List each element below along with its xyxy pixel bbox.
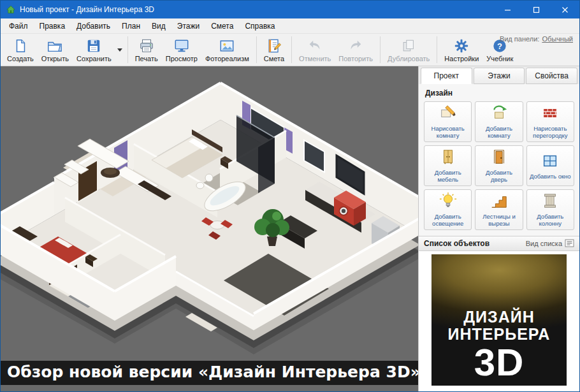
panel-tabs: Проект Этажи Свойства (419, 66, 579, 84)
maximize-button[interactable] (522, 1, 551, 18)
tool-add-column[interactable]: Добавить колонну (526, 189, 574, 230)
window-icon (541, 152, 559, 172)
toolbar-separator (291, 36, 292, 63)
menu-item-estimate[interactable]: Смета (205, 20, 239, 33)
title-bar: Новый проект - Дизайн Интерьера 3D (1, 1, 579, 18)
objects-list[interactable]: ДИЗАЙН ИНТЕРЬЕРА 3D (419, 251, 579, 391)
tool-add-furniture[interactable]: Добавить мебель (424, 145, 472, 186)
menu-bar: Файл Правка Добавить План Вид Этажи Смет… (1, 18, 579, 33)
menu-item-file[interactable]: Файл (3, 20, 34, 33)
tab-project[interactable]: Проект (421, 68, 472, 84)
toolbar-button-label: Настройки (444, 55, 479, 62)
column-icon (541, 192, 559, 212)
save-floppy-icon (86, 37, 101, 54)
redo-arrow-icon (348, 37, 363, 54)
settings-button[interactable]: Настройки (440, 35, 482, 64)
toolbar-button-label: Отменить (299, 55, 331, 62)
redo-button[interactable]: Повторить (335, 35, 377, 64)
menu-item-help[interactable]: Справка (239, 20, 280, 33)
toolbar-button-label: Фотореализм (205, 55, 249, 62)
tool-add-lighting[interactable]: Добавить освещение (424, 189, 472, 230)
view-list-control[interactable]: Вид списка (526, 239, 574, 249)
menu-item-edit[interactable]: Правка (34, 20, 71, 33)
toolbar-button-label: Открыть (41, 55, 69, 62)
estimate-notebook-icon (266, 37, 282, 54)
open-folder-icon (47, 37, 62, 54)
tool-label: Нарисовать перегородку (527, 126, 574, 140)
toolbar-button-label: Смета (264, 55, 284, 62)
toolbar: Создать Открыть Сохранить Печать (1, 33, 579, 66)
duplicate-pages-icon (401, 37, 416, 54)
toolbar-button-label: Создать (7, 55, 34, 62)
logo-line-2: ИНТЕРЬЕРА (448, 326, 551, 343)
toolbar-separator (256, 36, 257, 63)
tool-label: Добавить освещение (424, 214, 471, 228)
right-panel: Проект Этажи Свойства Дизайн Нарисовать … (418, 66, 579, 391)
app-window: Новый проект - Дизайн Интерьера 3D Файл … (0, 0, 580, 392)
tool-label: Добавить колонну (527, 214, 574, 228)
menu-item-plan[interactable]: План (116, 20, 146, 33)
app-house-icon (6, 4, 16, 15)
tool-label: Добавить окно (528, 173, 572, 180)
tool-add-door[interactable]: Добавить дверь (475, 145, 523, 186)
tool-label: Лестницы и вырезы (475, 214, 522, 228)
save-button[interactable]: Сохранить (73, 35, 115, 64)
logo-line-3d: 3D (474, 344, 525, 381)
view-list-label: Вид списка (526, 240, 562, 247)
toolbar-separator (127, 36, 128, 63)
bulb-icon (439, 192, 457, 212)
tool-draw-partition[interactable]: Нарисовать перегородку (526, 101, 574, 142)
objects-list-title: Список объектов (424, 239, 489, 248)
tool-label: Добавить дверь (475, 170, 522, 184)
tool-label: Добавить комнату (475, 126, 522, 140)
video-caption: Обзор новой версии «Дизайн Интерьера 3D» (1, 361, 418, 386)
tab-floors[interactable]: Этажи (474, 68, 525, 84)
photorealism-button[interactable]: Фотореализм (201, 35, 253, 64)
menu-item-add[interactable]: Добавить (71, 20, 116, 33)
design-section-title: Дизайн (419, 84, 579, 99)
undo-arrow-icon (307, 37, 323, 54)
wardrobe-icon (439, 148, 457, 168)
tool-add-room[interactable]: Добавить комнату (475, 101, 523, 142)
photo-icon (219, 37, 235, 54)
app-logo-thumbnail: ДИЗАЙН ИНТЕРЬЕРА 3D (431, 254, 567, 386)
toolbar-separator (380, 36, 381, 63)
toolbar-separator (437, 36, 437, 63)
menu-item-floors[interactable]: Этажи (171, 20, 205, 33)
printer-icon (139, 37, 154, 54)
menu-item-view[interactable]: Вид (146, 20, 171, 33)
toolbar-button-label: Сохранить (76, 55, 112, 62)
monitor-icon (174, 37, 189, 54)
panel-view-label: Вид панели: (500, 35, 539, 43)
door-icon (490, 148, 508, 168)
design-tools-grid: Нарисовать комнату Добавить комнату Нари… (419, 99, 579, 236)
panel-view-value-link[interactable]: Обычный (542, 35, 573, 43)
toolbar-button-label: Просмотр (166, 55, 198, 62)
duplicate-button[interactable]: Дублировать (384, 35, 433, 64)
estimate-button[interactable]: Смета (260, 35, 288, 64)
close-button[interactable] (551, 1, 579, 18)
design-canvas[interactable]: Обзор новой версии «Дизайн Интерьера 3D» (1, 66, 418, 391)
save-dropdown-arrow[interactable] (115, 35, 124, 64)
pencil-room-icon (439, 104, 457, 124)
tab-properties[interactable]: Свойства (526, 68, 577, 84)
objects-list-header: Список объектов Вид списка (419, 236, 579, 251)
list-view-icon (565, 239, 574, 249)
tool-stairs-cutouts[interactable]: Лестницы и вырезы (475, 189, 523, 230)
tool-draw-room[interactable]: Нарисовать комнату (424, 101, 472, 142)
add-room-icon (490, 104, 508, 124)
tool-label: Добавить мебель (424, 170, 471, 184)
panel-view-setting: Вид панели: Обычный (500, 35, 573, 43)
open-project-button[interactable]: Открыть (38, 35, 73, 64)
floorplan-3d-render (1, 66, 418, 391)
tool-add-window[interactable]: Добавить окно (526, 145, 574, 186)
toolbar-button-label: Дублировать (388, 55, 430, 62)
minimize-button[interactable] (493, 1, 522, 18)
undo-button[interactable]: Отменить (295, 35, 335, 64)
new-project-button[interactable]: Создать (3, 35, 38, 64)
toolbar-button-label: Печать (135, 55, 158, 62)
preview-button[interactable]: Просмотр (162, 35, 201, 64)
print-button[interactable]: Печать (131, 35, 162, 64)
window-title: Новый проект - Дизайн Интерьера 3D (20, 5, 493, 14)
toolbar-button-label: Учебник (486, 55, 513, 62)
